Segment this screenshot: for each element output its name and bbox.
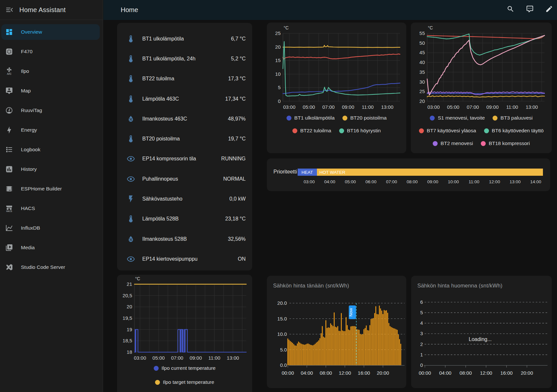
sidebar-item-influxdb[interactable]: InfluxDB bbox=[1, 220, 100, 236]
entity-row[interactable]: EP14 kompressorin tilaRUNNING bbox=[117, 149, 252, 169]
entity-value: 32,56% bbox=[228, 236, 246, 242]
sidebar-item-logbook[interactable]: Logbook bbox=[1, 142, 100, 157]
sidebar-item-f470[interactable]: F470 bbox=[1, 44, 100, 59]
thermometer-icon bbox=[127, 35, 135, 43]
priority-label: Prioriteetti bbox=[273, 169, 297, 175]
priority-axis-label: 12:00 bbox=[489, 179, 500, 184]
entity-row[interactable]: EP14 kiertovesipumppuON bbox=[117, 249, 252, 269]
svg-text:20: 20 bbox=[275, 44, 281, 50]
entity-row[interactable]: BT1 ulkolämpötila, 24h5,2 °C bbox=[117, 49, 252, 69]
sidebar-item-overview[interactable]: Overview bbox=[1, 24, 100, 40]
svg-text:6: 6 bbox=[420, 299, 423, 305]
legend-item[interactable]: S1 menovesi, tavoite bbox=[430, 115, 485, 121]
entity-row[interactable]: Lämpötila 528B23,18 °C bbox=[117, 209, 252, 229]
ac-fan-icon: A/C bbox=[5, 67, 13, 75]
entity-row[interactable]: Lämpötila 463C17,34 °C bbox=[117, 89, 252, 109]
chip-icon bbox=[5, 185, 13, 193]
legend-label: BT6 käyttöveden täyttö bbox=[492, 128, 544, 134]
entity-row[interactable]: BT20 poistoilma19,7 °C bbox=[117, 129, 252, 149]
svg-text:18: 18 bbox=[127, 349, 132, 355]
legend-item[interactable]: BT22 tuloilma bbox=[292, 128, 331, 134]
svg-text:°C: °C bbox=[135, 276, 140, 281]
entity-row[interactable]: BT1 ulkolämpötila6,7 °C bbox=[117, 29, 252, 49]
sidebar-item-map[interactable]: Map bbox=[1, 83, 100, 99]
sidebar-item-media[interactable]: Media bbox=[1, 240, 100, 255]
vent-chart: 051015202503:0005:0007:0009:0011:0013:00… bbox=[267, 23, 406, 114]
svg-text:11:00: 11:00 bbox=[362, 104, 374, 110]
sidebar-item-ilpo[interactable]: A/CIlpo bbox=[1, 63, 100, 79]
svg-text:09:00: 09:00 bbox=[190, 355, 202, 361]
legend-item[interactable]: BT16 höyrystin bbox=[339, 128, 381, 134]
topbar-actions bbox=[503, 2, 557, 18]
svg-text:04:00: 04:00 bbox=[301, 370, 313, 376]
entity-row[interactable]: PuhallinnopeusNORMAL bbox=[117, 169, 252, 189]
entity-name: BT22 tuloilma bbox=[142, 76, 174, 82]
legend-label: BT22 tuloilma bbox=[300, 128, 331, 134]
legend-label: Ilpo current temperature bbox=[162, 365, 216, 371]
entity-value: 17,34 °C bbox=[225, 96, 246, 102]
svg-text:30: 30 bbox=[419, 79, 425, 85]
svg-text:10: 10 bbox=[275, 71, 281, 77]
sidebar-toggle-icon[interactable] bbox=[6, 6, 13, 14]
svg-text:25: 25 bbox=[419, 89, 425, 94]
legend-item[interactable]: BT20 poistoilma bbox=[342, 115, 387, 121]
entity-name: BT20 poistoilma bbox=[142, 136, 180, 142]
assist-icon-button[interactable] bbox=[522, 1, 538, 17]
svg-text:03:00: 03:00 bbox=[134, 355, 146, 361]
legend-item[interactable]: BT2 menovesi bbox=[433, 140, 473, 146]
sidebar-item-history[interactable]: History bbox=[1, 161, 100, 177]
svg-text:A/C: A/C bbox=[7, 73, 11, 75]
svg-text:19,5: 19,5 bbox=[123, 315, 132, 321]
entity-name: Lämpötila 528B bbox=[142, 216, 179, 222]
sidebar-item-energy[interactable]: Energy bbox=[1, 122, 100, 138]
sidebar-item-label: Ilpo bbox=[21, 68, 29, 74]
svg-text:15.0: 15.0 bbox=[277, 316, 287, 321]
search-icon-button[interactable] bbox=[503, 1, 518, 17]
entity-name: Sähkövastusteho bbox=[142, 196, 183, 202]
water-chart-legend: S1 menovesi, tavoiteBT3 paluuvesiBT7 käy… bbox=[411, 115, 552, 146]
sidebar-item-esphome-builder[interactable]: ESPHome Builder bbox=[1, 181, 100, 197]
vent-chart-legend: BT1 ulkolämpötilaBT20 poistoilmaBT22 tul… bbox=[267, 115, 406, 134]
svg-text:08:00: 08:00 bbox=[320, 370, 332, 376]
sidebar-item-ruuvitag[interactable]: RuuviTag bbox=[1, 103, 100, 118]
sidebar-item-label: F470 bbox=[21, 49, 32, 55]
eye-icon bbox=[127, 155, 135, 163]
sidebar-item-studio-code-server[interactable]: Studio Code Server bbox=[1, 259, 100, 275]
priority-segment-hot-water[interactable]: HOT WATER bbox=[317, 169, 543, 176]
logbook-list-icon bbox=[5, 146, 13, 154]
lightning-icon bbox=[5, 126, 13, 134]
entity-row[interactable]: Ilmankosteus 463C48,97% bbox=[117, 109, 252, 129]
thermometer-icon bbox=[127, 95, 135, 103]
priority-axis-label: 09:00 bbox=[427, 179, 438, 184]
legend-item[interactable]: BT6 käyttöveden täyttö bbox=[484, 128, 544, 134]
svg-text:20:00: 20:00 bbox=[521, 370, 533, 376]
entity-row[interactable]: BT22 tuloilma17,3 °C bbox=[117, 69, 252, 89]
legend-item[interactable]: BT1 ulkolämpötila bbox=[287, 115, 335, 121]
ilpo-chart: 1818,51919,52020,52103:0005:0007:0009:00… bbox=[117, 275, 252, 365]
entity-row[interactable]: Sähkövastusteho0,0 kW bbox=[117, 189, 252, 209]
legend-item[interactable]: Ilpo current temperature bbox=[154, 365, 216, 371]
legend-label: S1 menovesi, tavoite bbox=[438, 115, 485, 121]
priority-segment-heat[interactable]: HEAT bbox=[298, 169, 317, 176]
legend-item[interactable]: BT18 kompressori bbox=[481, 140, 530, 146]
legend-item[interactable]: BT3 paluuvesi bbox=[493, 115, 532, 121]
svg-text:20: 20 bbox=[419, 98, 425, 104]
history-chart-icon bbox=[5, 165, 13, 173]
entity-name: Ilmankosteus 528B bbox=[142, 236, 187, 242]
svg-text:05:00: 05:00 bbox=[152, 355, 165, 361]
sidebar-item-hacs[interactable]: HACSHACS bbox=[1, 201, 100, 216]
svg-text:Now: Now bbox=[348, 308, 353, 317]
priority-axis-label: 13:00 bbox=[510, 179, 521, 184]
legend-item[interactable]: BT7 käyttövesi yläosa bbox=[419, 128, 476, 134]
svg-text:05:00: 05:00 bbox=[303, 104, 315, 110]
entity-name: Puhallinnopeus bbox=[142, 176, 178, 182]
priority-timeline-bar[interactable]: HEATHOT WATER bbox=[298, 169, 543, 176]
edit-dashboard-icon-button[interactable] bbox=[541, 1, 557, 17]
legend-label: BT16 höyrystin bbox=[347, 128, 381, 134]
entity-row[interactable]: Ilmankosteus 528B32,56% bbox=[117, 229, 252, 249]
legend-dot bbox=[481, 141, 486, 146]
svg-text:04:00: 04:00 bbox=[439, 370, 452, 376]
legend-item[interactable]: Ilpo target temperature bbox=[155, 379, 214, 385]
svg-text:20: 20 bbox=[127, 304, 132, 309]
thermometer-icon bbox=[127, 215, 135, 223]
